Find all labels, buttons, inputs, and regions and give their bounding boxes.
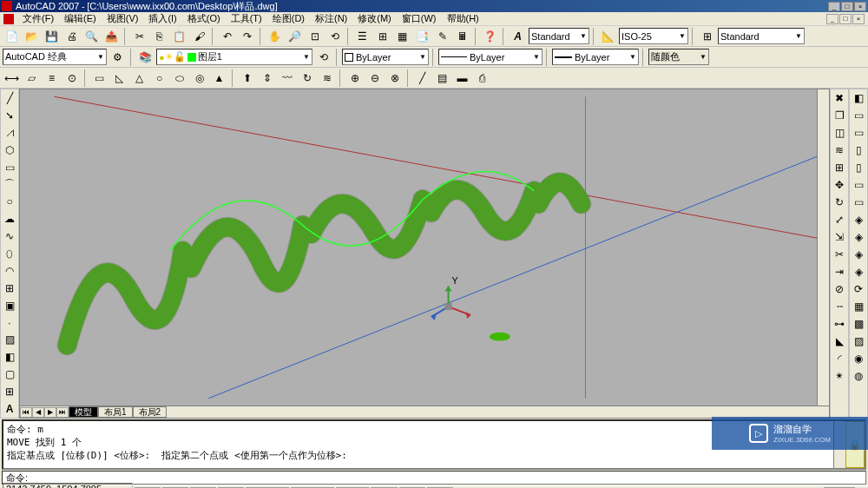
subtract-icon[interactable]: ⊖ bbox=[365, 69, 384, 87]
textstyle-A-icon[interactable]: A bbox=[509, 27, 527, 45]
offset-icon[interactable]: ≋ bbox=[831, 142, 848, 159]
se-iso-icon[interactable]: ◈ bbox=[850, 228, 867, 246]
top-view-icon[interactable]: ▭ bbox=[850, 107, 867, 124]
markup-icon[interactable]: ✎ bbox=[433, 27, 451, 45]
visualstyle-concept-icon[interactable]: ◍ bbox=[850, 367, 867, 385]
menu-window[interactable]: 窗口(W) bbox=[397, 12, 442, 25]
nw-iso-icon[interactable]: ◈ bbox=[850, 263, 867, 280]
union-icon[interactable]: ⊕ bbox=[345, 69, 364, 87]
copy-icon[interactable]: ⎘ bbox=[150, 27, 168, 45]
stretch-icon[interactable]: ⇲ bbox=[831, 228, 848, 246]
pan-icon[interactable]: ✋ bbox=[266, 27, 284, 45]
save-icon[interactable]: 💾 bbox=[43, 27, 61, 45]
array-icon[interactable]: ⊞ bbox=[831, 159, 848, 176]
hatch-icon[interactable]: ▨ bbox=[1, 331, 18, 348]
dimstyle-combo[interactable]: ISO-25▼ bbox=[619, 28, 688, 44]
join-icon[interactable]: ⊶ bbox=[831, 315, 848, 333]
tab-first-button[interactable]: ⏮ bbox=[20, 407, 32, 418]
loft-icon[interactable]: ≋ bbox=[318, 69, 336, 87]
doc-maximize-button[interactable]: □ bbox=[839, 14, 852, 24]
paste-icon[interactable]: 📋 bbox=[170, 27, 188, 45]
tablestyle-icon[interactable]: ⊞ bbox=[698, 27, 716, 45]
menu-help[interactable]: 帮助(H) bbox=[442, 12, 484, 25]
color-combo[interactable]: ByLayer▼ bbox=[342, 49, 429, 65]
sphere-icon[interactable]: ○ bbox=[150, 69, 168, 87]
table-icon[interactable]: ⊞ bbox=[1, 383, 18, 400]
menu-modify[interactable]: 修改(M) bbox=[352, 12, 397, 25]
imprint-icon[interactable]: ⎙ bbox=[473, 69, 491, 87]
tab-layout2[interactable]: 布局2 bbox=[133, 406, 168, 418]
menu-edit[interactable]: 编辑(E) bbox=[59, 12, 102, 25]
zoom-prev-icon[interactable]: ⟲ bbox=[326, 27, 344, 45]
pyramid-icon[interactable]: ▲ bbox=[210, 69, 228, 87]
distance-icon[interactable]: ⟷ bbox=[3, 69, 21, 87]
print-icon[interactable]: 🖨 bbox=[62, 27, 81, 45]
linetype-combo[interactable]: ByLayer▼ bbox=[438, 49, 542, 65]
redo-icon[interactable]: ↷ bbox=[238, 27, 256, 45]
visualstyle-hidden-icon[interactable]: ▨ bbox=[850, 333, 867, 350]
intersect-icon[interactable]: ⊗ bbox=[385, 69, 404, 87]
erase-icon[interactable]: ✖ bbox=[831, 89, 848, 107]
3dorbit-icon[interactable]: ⟳ bbox=[850, 280, 867, 298]
drawing-area[interactable]: Y bbox=[20, 89, 817, 406]
region-icon[interactable]: ▢ bbox=[1, 366, 18, 383]
insert-block-icon[interactable]: ⊞ bbox=[1, 280, 18, 297]
doc-minimize-button[interactable]: _ bbox=[826, 14, 838, 24]
new-icon[interactable]: 📄 bbox=[3, 27, 21, 45]
cut-icon[interactable]: ✂ bbox=[130, 27, 148, 45]
point-icon[interactable]: · bbox=[1, 314, 18, 332]
torus-icon[interactable]: ◎ bbox=[190, 69, 208, 87]
break-at-point-icon[interactable]: ⊘ bbox=[831, 280, 848, 298]
cone-icon[interactable]: △ bbox=[130, 69, 148, 87]
break-icon[interactable]: ╌ bbox=[831, 298, 848, 315]
tab-layout1[interactable]: 布局1 bbox=[98, 406, 133, 418]
coordinates-display[interactable]: 2143.7459, 1504.7805, 0.0000 bbox=[3, 483, 133, 489]
ne-iso-icon[interactable]: ◈ bbox=[850, 246, 867, 263]
back-view-icon[interactable]: ▭ bbox=[850, 194, 867, 211]
layer-combo[interactable]: ● ☀ 🔓 图层1 ▼ bbox=[156, 49, 312, 65]
rotate-icon[interactable]: ↻ bbox=[831, 194, 848, 211]
menu-view[interactable]: 视图(V) bbox=[102, 12, 144, 25]
box-icon[interactable]: ▭ bbox=[90, 69, 108, 87]
trim-icon[interactable]: ✂ bbox=[831, 246, 848, 263]
revcloud-icon[interactable]: ☁ bbox=[1, 210, 18, 228]
bottom-view-icon[interactable]: ▭ bbox=[850, 124, 867, 142]
list-icon[interactable]: ≡ bbox=[43, 69, 61, 87]
workspace-settings-icon[interactable]: ⚙ bbox=[108, 48, 127, 66]
minimize-button[interactable]: _ bbox=[828, 2, 840, 11]
area-icon[interactable]: ▱ bbox=[23, 69, 41, 87]
move-icon[interactable]: ✥ bbox=[831, 176, 848, 194]
spline-icon[interactable]: ∿ bbox=[1, 228, 18, 245]
undo-icon[interactable]: ↶ bbox=[218, 27, 236, 45]
plotstyle-combo[interactable]: 随颜色▼ bbox=[648, 49, 709, 65]
slice-icon[interactable]: ╱ bbox=[413, 69, 431, 87]
visualstyle-2d-icon[interactable]: ▦ bbox=[850, 298, 867, 315]
publish-icon[interactable]: 📤 bbox=[102, 27, 121, 45]
mirror-icon[interactable]: ◫ bbox=[831, 124, 848, 142]
sweep-icon[interactable]: 〰 bbox=[278, 69, 296, 87]
menu-dimension[interactable]: 标注(N) bbox=[310, 12, 352, 25]
sw-iso-icon[interactable]: ◈ bbox=[850, 211, 867, 228]
menu-draw[interactable]: 绘图(D) bbox=[267, 12, 310, 25]
copy-obj-icon[interactable]: ❐ bbox=[831, 107, 848, 124]
help-icon[interactable]: ❓ bbox=[481, 27, 499, 45]
section-icon[interactable]: ▤ bbox=[433, 69, 451, 87]
explode-icon[interactable]: ✴ bbox=[831, 367, 848, 385]
ellipse-icon[interactable]: ⬯ bbox=[1, 245, 18, 262]
tool-palette-icon[interactable]: ▦ bbox=[393, 27, 411, 45]
workspace-combo[interactable]: AutoCAD 经典▼ bbox=[3, 49, 107, 65]
zoom-realtime-icon[interactable]: 🔎 bbox=[286, 27, 304, 45]
menu-format[interactable]: 格式(O) bbox=[182, 12, 226, 25]
front-view-icon[interactable]: ▭ bbox=[850, 176, 867, 194]
make-block-icon[interactable]: ▣ bbox=[1, 297, 18, 314]
match-icon[interactable]: 🖌 bbox=[190, 27, 208, 45]
layer-prev-icon[interactable]: ⟲ bbox=[314, 48, 332, 66]
lineweight-combo[interactable]: ByLayer▼ bbox=[552, 49, 639, 65]
tab-prev-button[interactable]: ◀ bbox=[32, 407, 44, 418]
polyline-icon[interactable]: ⩘ bbox=[1, 124, 18, 142]
zoom-window-icon[interactable]: ⊡ bbox=[306, 27, 324, 45]
tab-model[interactable]: 模型 bbox=[69, 406, 98, 418]
right-view-icon[interactable]: ▯ bbox=[850, 159, 867, 176]
presspull-icon[interactable]: ⇕ bbox=[258, 69, 276, 87]
close-button[interactable]: × bbox=[854, 2, 866, 11]
